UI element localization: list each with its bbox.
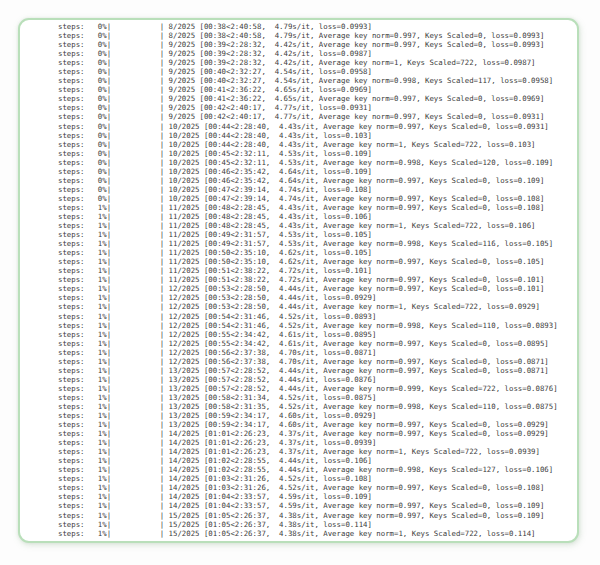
log-line: steps: 1%| | 13/2025 [00:58<2:31:35, 4.5… [58,402,573,411]
log-line: steps: 1%| | 13/2025 [00:59<2:34:17, 4.6… [58,420,573,429]
log-line: steps: 1%| | 13/2025 [00:57<2:28:52, 4.4… [58,366,573,375]
log-line: steps: 1%| | 14/2025 [01:03<2:31:26, 4.5… [58,474,573,483]
log-line: steps: 1%| | 12/2025 [00:56<2:37:38, 4.7… [58,348,573,357]
log-line: steps: 0%| | 9/2025 [00:41<2:36:22, 4.65… [58,85,573,94]
log-line: steps: 0%| | 9/2025 [00:39<2:28:32, 4.42… [58,40,573,49]
log-line: steps: 0%| | 8/2025 [00:38<2:40:58, 4.79… [58,22,573,31]
log-line: steps: 1%| | 12/2025 [00:54<2:31:46, 4.5… [58,312,573,321]
terminal-output-card: steps: 0%| | 8/2025 [00:38<2:40:58, 4.79… [18,18,579,543]
log-line: steps: 1%| | 14/2025 [01:02<2:28:55, 4.4… [58,456,573,465]
log-line: steps: 1%| | 14/2025 [01:04<2:33:57, 4.5… [58,492,573,501]
log-line: steps: 0%| | 9/2025 [00:42<2:40:17, 4.77… [58,103,573,112]
log-line: steps: 0%| | 10/2025 [00:45<2:32:11, 4.5… [58,158,573,167]
log-line: steps: 1%| | 14/2025 [01:01<2:26:23, 4.3… [58,429,573,438]
log-line: steps: 1%| | 12/2025 [00:54<2:31:46, 4.5… [58,321,573,330]
log-line: steps: 1%| | 13/2025 [00:59<2:34:17, 4.6… [58,411,573,420]
log-line: steps: 1%| | 14/2025 [01:01<2:26:23, 4.3… [58,447,573,456]
log-line: steps: 0%| | 10/2025 [00:47<2:39:14, 4.7… [58,194,573,203]
log-line: steps: 0%| | 10/2025 [00:44<2:28:40, 4.4… [58,122,573,131]
log-line: steps: 0%| | 9/2025 [00:40<2:32:27, 4.54… [58,67,573,76]
log-line: steps: 1%| | 13/2025 [00:57<2:28:52, 4.4… [58,384,573,393]
log-line: steps: 0%| | 9/2025 [00:42<2:40:17, 4.77… [58,112,573,121]
log-line: steps: 1%| | 11/2025 [00:51<2:38:22, 4.7… [58,275,573,284]
log-line: steps: 1%| | 14/2025 [01:02<2:28:55, 4.4… [58,465,573,474]
log-line: steps: 0%| | 9/2025 [00:40<2:32:27, 4.54… [58,76,573,85]
log-line: steps: 0%| | 10/2025 [00:44<2:28:40, 4.4… [58,140,573,149]
log-line: steps: 1%| | 14/2025 [01:03<2:31:26, 4.5… [58,483,573,492]
log-line: steps: 0%| | 8/2025 [00:38<2:40:58, 4.79… [58,31,573,40]
log-line: steps: 1%| | 12/2025 [00:55<2:34:42, 4.6… [58,339,573,348]
log-line: steps: 1%| | 12/2025 [00:53<2:28:50, 4.4… [58,302,573,311]
log-line: steps: 1%| | 12/2025 [00:56<2:37:38, 4.7… [58,357,573,366]
log-line: steps: 1%| | 11/2025 [00:49<2:31:57, 4.5… [58,239,573,248]
log-line: steps: 0%| | 10/2025 [00:45<2:32:11, 4.5… [58,149,573,158]
log-line: steps: 1%| | 12/2025 [00:53<2:28:50, 4.4… [58,284,573,293]
log-line: steps: 1%| | 12/2025 [00:53<2:28:50, 4.4… [58,293,573,302]
log-line: steps: 0%| | 10/2025 [00:44<2:28:40, 4.4… [58,131,573,140]
log-line: steps: 1%| | 15/2025 [01:05<2:26:37, 4.3… [58,511,573,520]
log-line: steps: 1%| | 13/2025 [00:58<2:31:34, 4.5… [58,393,573,402]
log-line: steps: 1%| | 11/2025 [00:50<2:35:10, 4.6… [58,248,573,257]
log-line: steps: 1%| | 12/2025 [00:55<2:34:42, 4.6… [58,330,573,339]
log-line: steps: 1%| | 15/2025 [01:05<2:26:37, 4.3… [58,529,573,538]
log-line: steps: 0%| | 10/2025 [00:46<2:35:42, 4.6… [58,176,573,185]
log-line: steps: 1%| | 14/2025 [01:01<2:26:23, 4.3… [58,438,573,447]
log-line: steps: 1%| | 14/2025 [01:04<2:33:57, 4.5… [58,501,573,510]
log-line: steps: 1%| | 15/2025 [01:05<2:26:37, 4.3… [58,520,573,529]
log-line: steps: 0%| | 9/2025 [00:39<2:28:32, 4.42… [58,58,573,67]
log-line: steps: 1%| | 11/2025 [00:50<2:35:10, 4.6… [58,257,573,266]
log-line: steps: 1%| | 11/2025 [00:49<2:31:57, 4.5… [58,230,573,239]
log-line: steps: 1%| | 11/2025 [00:51<2:38:22, 4.7… [58,266,573,275]
training-log: steps: 0%| | 8/2025 [00:38<2:40:58, 4.79… [58,22,573,538]
log-line: steps: 0%| | 10/2025 [00:47<2:39:14, 4.7… [58,185,573,194]
log-line: steps: 1%| | 11/2025 [00:48<2:28:45, 4.4… [58,212,573,221]
log-line: steps: 0%| | 9/2025 [00:39<2:28:32, 4.42… [58,49,573,58]
page: steps: 0%| | 8/2025 [00:38<2:40:58, 4.79… [0,0,600,565]
log-line: steps: 0%| | 9/2025 [00:41<2:36:22, 4.65… [58,94,573,103]
log-line: steps: 1%| | 11/2025 [00:48<2:28:45, 4.4… [58,203,573,212]
log-line: steps: 1%| | 11/2025 [00:48<2:28:45, 4.4… [58,221,573,230]
log-line: steps: 0%| | 10/2025 [00:46<2:35:42, 4.6… [58,167,573,176]
log-line: steps: 1%| | 13/2025 [00:57<2:28:52, 4.4… [58,375,573,384]
